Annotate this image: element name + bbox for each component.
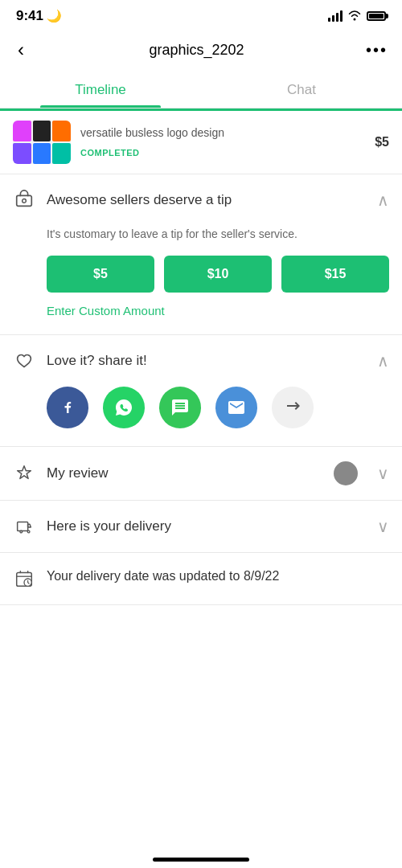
status-icons	[328, 10, 386, 23]
review-chevron: ∨	[377, 464, 389, 483]
tab-bar: Timeline Chat	[0, 72, 402, 108]
share-heading: Love it? share it!	[47, 353, 366, 369]
tip-section-header[interactable]: Awesome sellers deserve a tip ∧	[0, 174, 402, 226]
tip-5-button[interactable]: $5	[47, 256, 154, 293]
share-chevron: ∧	[377, 351, 389, 371]
svg-rect-0	[17, 195, 32, 206]
calendar-clock-icon	[13, 567, 35, 590]
more-share-button[interactable]	[272, 387, 314, 428]
order-title: versatile busless logo design	[80, 125, 365, 140]
bottom-spacer	[0, 605, 402, 669]
tip-10-button[interactable]: $10	[164, 256, 272, 293]
svg-rect-2	[18, 522, 28, 530]
order-card: versatile busless logo design COMPLETED …	[0, 111, 402, 174]
tip-icon	[13, 189, 35, 211]
email-share-button[interactable]	[215, 387, 257, 428]
tip-chevron: ∧	[377, 190, 389, 210]
tip-description: It's customary to leave a tip for the se…	[47, 226, 389, 243]
svg-point-1	[23, 199, 27, 203]
status-bar: 9:41 🌙	[0, 0, 402, 29]
custom-amount-link[interactable]: Enter Custom Amount	[47, 304, 165, 317]
share-content	[0, 387, 402, 446]
delivery-chevron: ∨	[377, 517, 389, 536]
home-indicator	[153, 858, 249, 862]
toggle-circle[interactable]	[334, 461, 358, 485]
order-status: COMPLETED	[80, 148, 140, 158]
svg-point-4	[27, 530, 30, 533]
tab-chat[interactable]: Chat	[201, 72, 402, 108]
svg-point-3	[20, 530, 23, 533]
timeline-item: Your delivery date was updated to 8/9/22	[0, 553, 402, 605]
battery-icon	[367, 11, 386, 21]
delivery-heading: Here is your delivery	[47, 518, 366, 534]
share-section-header[interactable]: Love it? share it! ∧	[0, 335, 402, 387]
more-button[interactable]: •••	[366, 41, 388, 59]
share-icon-row	[47, 387, 389, 428]
timeline-text: Your delivery date was updated to 8/9/22	[47, 567, 279, 585]
tab-timeline[interactable]: Timeline	[0, 72, 201, 108]
signal-icon	[328, 10, 343, 22]
order-info: versatile busless logo design COMPLETED	[80, 125, 365, 158]
message-share-button[interactable]	[159, 387, 201, 428]
share-section: Love it? share it! ∧	[0, 335, 402, 447]
tip-amount-buttons: $5 $10 $15	[47, 256, 389, 293]
delivery-icon	[13, 515, 35, 538]
delivery-section: Here is your delivery ∨	[0, 501, 402, 553]
tip-content: It's customary to leave a tip for the se…	[0, 226, 402, 334]
whatsapp-share-button[interactable]	[103, 387, 145, 428]
tip-15-button[interactable]: $15	[281, 256, 389, 293]
review-heading: My review	[47, 465, 322, 481]
order-price: $5	[375, 135, 389, 149]
review-section-header[interactable]: My review ∨	[0, 447, 402, 500]
page-title: graphics_2202	[149, 42, 244, 59]
tip-section: Awesome sellers deserve a tip ∧ It's cus…	[0, 174, 402, 335]
facebook-share-button[interactable]	[47, 387, 88, 428]
moon-icon: 🌙	[47, 9, 62, 23]
back-button[interactable]: ‹	[14, 35, 27, 64]
heart-icon	[13, 350, 35, 372]
status-time: 9:41	[16, 8, 43, 24]
tip-heading: Awesome sellers deserve a tip	[47, 192, 366, 208]
review-section: My review ∨	[0, 447, 402, 501]
star-icon	[13, 462, 35, 485]
delivery-section-header[interactable]: Here is your delivery ∨	[0, 501, 402, 552]
order-thumbnail	[13, 121, 71, 164]
wifi-icon	[347, 10, 362, 23]
header: ‹ graphics_2202 •••	[0, 29, 402, 72]
